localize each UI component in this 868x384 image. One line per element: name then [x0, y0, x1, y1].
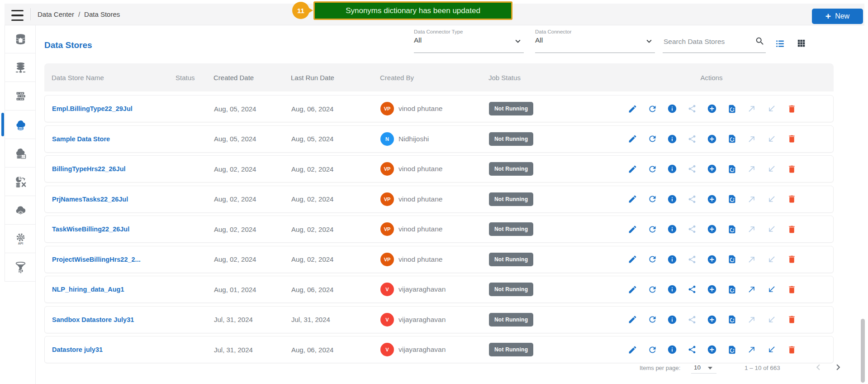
- delete-icon[interactable]: [787, 254, 797, 264]
- edit-icon[interactable]: [627, 164, 637, 174]
- refresh-icon[interactable]: [647, 254, 657, 264]
- restore-page-icon[interactable]: [727, 315, 737, 325]
- sidebar-item-api[interactable]: API: [5, 225, 36, 253]
- datastore-name-link[interactable]: Sandbox Datastore July31: [52, 307, 134, 333]
- job-status-badge: Not Running: [489, 313, 533, 326]
- datastore-name-link[interactable]: TaskWiseBilling22_26Jul: [52, 216, 129, 242]
- refresh-icon[interactable]: [647, 224, 657, 234]
- datastore-name-link[interactable]: NLP_hiring_data_Aug1: [52, 276, 124, 302]
- annotation-step-badge: 11: [292, 2, 309, 19]
- info-icon[interactable]: [667, 164, 677, 174]
- add-circle-icon[interactable]: [707, 134, 717, 144]
- restore-page-icon[interactable]: [727, 254, 737, 264]
- breadcrumb-data-center[interactable]: Data Center: [38, 10, 74, 18]
- sidebar-item-cloud-package[interactable]: [5, 196, 36, 225]
- next-page-icon[interactable]: [832, 361, 844, 373]
- datastore-name-link[interactable]: ProjectWiseBillingHrs22_2...: [52, 246, 141, 273]
- restore-page-icon[interactable]: [727, 345, 737, 355]
- refresh-icon[interactable]: [647, 284, 657, 294]
- vertical-scrollbar[interactable]: [861, 319, 865, 383]
- search-icon[interactable]: [755, 36, 765, 46]
- sidebar-item-data-store-code[interactable]: </>: [5, 139, 36, 168]
- refresh-icon[interactable]: [647, 164, 657, 174]
- add-circle-icon[interactable]: [707, 224, 717, 234]
- last-run-date: Aug, 02, 2024: [291, 156, 333, 182]
- search-input[interactable]: [663, 37, 748, 46]
- items-per-page-select[interactable]: 10: [694, 364, 701, 371]
- edit-icon[interactable]: [627, 284, 637, 294]
- info-icon[interactable]: [667, 134, 677, 144]
- created-by-cell: VPvinod phutane: [380, 96, 442, 122]
- delete-icon[interactable]: [787, 345, 797, 355]
- share-icon[interactable]: [687, 345, 697, 355]
- add-circle-icon[interactable]: [707, 254, 717, 264]
- delete-icon[interactable]: [787, 104, 797, 114]
- info-icon[interactable]: [667, 104, 677, 114]
- datastore-name-link[interactable]: BillingTypeHrs22_26Jul: [52, 156, 126, 182]
- add-circle-icon[interactable]: [707, 164, 717, 174]
- edit-icon[interactable]: [627, 345, 637, 355]
- caret-down-icon[interactable]: [708, 367, 712, 370]
- edit-icon[interactable]: [627, 224, 637, 234]
- info-icon[interactable]: [667, 315, 677, 325]
- refresh-icon[interactable]: [647, 345, 657, 355]
- datastore-name-link[interactable]: Empl.BillingType22_29Jul: [52, 96, 133, 122]
- edit-icon[interactable]: [627, 254, 637, 264]
- arrow-up-right-icon[interactable]: [747, 345, 757, 355]
- sidebar-item-data-prep[interactable]: [5, 168, 36, 196]
- add-circle-icon[interactable]: [707, 315, 717, 325]
- info-icon[interactable]: [667, 345, 677, 355]
- edit-icon[interactable]: [627, 315, 637, 325]
- delete-icon[interactable]: [787, 194, 797, 204]
- delete-icon[interactable]: [787, 224, 797, 234]
- info-icon[interactable]: [667, 194, 677, 204]
- arrow-down-left-icon: [767, 224, 777, 234]
- new-button[interactable]: + New: [812, 9, 863, 24]
- add-circle-icon[interactable]: [707, 284, 717, 294]
- arrow-down-left-icon: [767, 134, 777, 144]
- add-circle-icon[interactable]: [707, 345, 717, 355]
- list-view-icon[interactable]: [774, 38, 786, 49]
- sidebar-item-data-stores[interactable]: [5, 110, 36, 139]
- job-status-badge: Not Running: [489, 222, 533, 236]
- restore-page-icon[interactable]: [727, 284, 737, 294]
- arrow-up-right-icon[interactable]: [747, 284, 757, 294]
- arrow-down-left-icon[interactable]: [767, 345, 777, 355]
- info-icon[interactable]: [667, 284, 677, 294]
- refresh-icon[interactable]: [647, 315, 657, 325]
- menu-icon[interactable]: [11, 9, 25, 22]
- arrow-down-left-icon[interactable]: [767, 284, 777, 294]
- sidebar-item-data-center-home[interactable]: [5, 25, 36, 53]
- datastore-name-link[interactable]: PrjNamesTasks22_26Jul: [52, 186, 128, 212]
- restore-page-icon[interactable]: [727, 224, 737, 234]
- datastore-name-link[interactable]: Sample Data Store: [52, 126, 110, 152]
- breadcrumb-data-stores[interactable]: Data Stores: [84, 10, 120, 18]
- delete-icon[interactable]: [787, 315, 797, 325]
- restore-page-icon[interactable]: [727, 164, 737, 174]
- grid-view-icon[interactable]: [796, 38, 806, 48]
- delete-icon[interactable]: [787, 134, 797, 144]
- sidebar-item-clusters[interactable]: [5, 82, 36, 110]
- job-status-cell: Not Running: [489, 126, 533, 152]
- info-icon[interactable]: [667, 254, 677, 264]
- share-icon[interactable]: [687, 284, 697, 294]
- refresh-icon[interactable]: [647, 104, 657, 114]
- datastore-name-link[interactable]: Datastore july31: [52, 336, 103, 363]
- restore-page-icon[interactable]: [727, 194, 737, 204]
- info-icon[interactable]: [667, 224, 677, 234]
- restore-page-icon[interactable]: [727, 134, 737, 144]
- add-circle-icon[interactable]: [707, 104, 717, 114]
- edit-icon[interactable]: [627, 104, 637, 114]
- edit-icon[interactable]: [627, 134, 637, 144]
- data-connector-select[interactable]: Data Connector All: [535, 29, 655, 53]
- delete-icon[interactable]: [787, 164, 797, 174]
- delete-icon[interactable]: [787, 284, 797, 294]
- add-circle-icon[interactable]: [707, 194, 717, 204]
- sidebar-item-databases[interactable]: [5, 53, 36, 82]
- refresh-icon[interactable]: [647, 134, 657, 144]
- refresh-icon[interactable]: [647, 194, 657, 204]
- restore-page-icon[interactable]: [727, 104, 737, 114]
- edit-icon[interactable]: [627, 194, 637, 204]
- sidebar-item-data-filter[interactable]: [5, 253, 36, 282]
- data-connector-type-select[interactable]: Data Connector Type All: [414, 29, 524, 53]
